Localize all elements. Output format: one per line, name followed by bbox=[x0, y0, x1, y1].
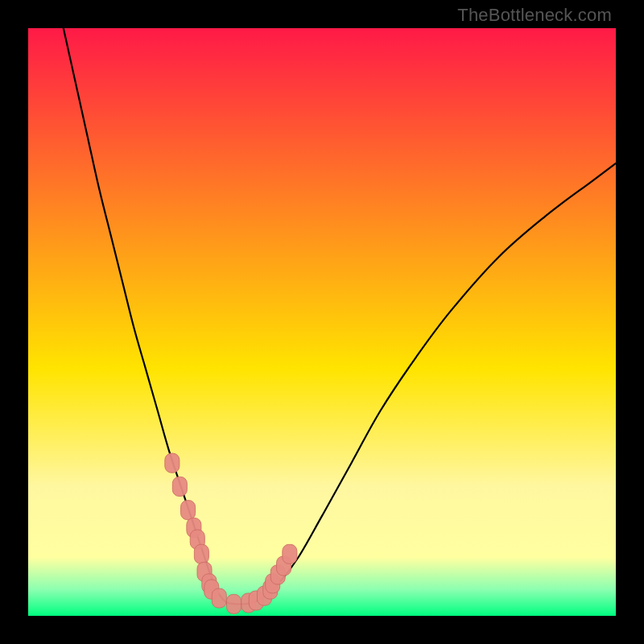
chart-frame: TheBottleneck.com bbox=[0, 0, 644, 644]
curve-marker bbox=[227, 594, 242, 613]
plot-area bbox=[28, 28, 616, 616]
curve-marker bbox=[165, 453, 180, 473]
curve-marker bbox=[181, 501, 196, 520]
watermark-text: TheBottleneck.com bbox=[457, 5, 612, 26]
curve-marker bbox=[172, 477, 187, 496]
curve-path bbox=[64, 28, 616, 604]
curve-marker bbox=[212, 588, 226, 608]
bottleneck-curve bbox=[28, 28, 616, 616]
curve-markers bbox=[165, 453, 297, 613]
curve-marker bbox=[194, 544, 208, 564]
curve-marker bbox=[283, 544, 297, 564]
